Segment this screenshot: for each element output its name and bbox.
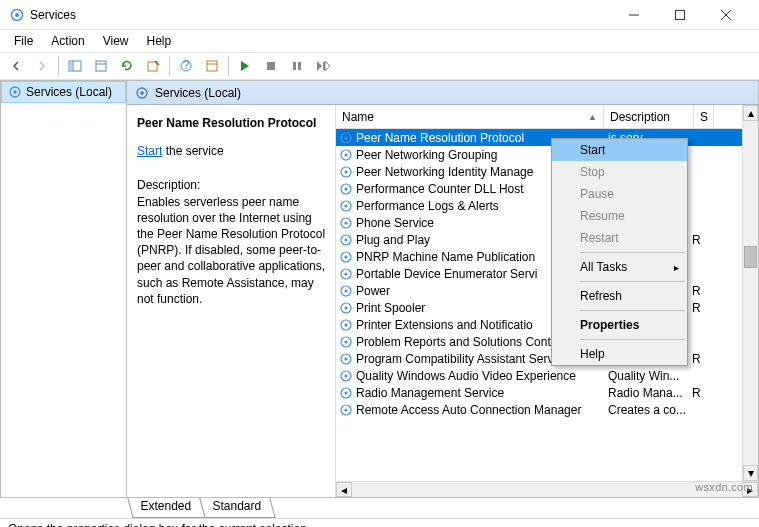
restart-service-button[interactable]	[311, 54, 335, 78]
scroll-down-icon[interactable]: ▾	[743, 465, 758, 481]
detail-pane: Peer Name Resolution Protocol Start the …	[127, 105, 335, 497]
tree-pane: Services (Local)	[1, 81, 127, 497]
gear-icon	[338, 148, 354, 162]
export-button[interactable]	[141, 54, 165, 78]
svg-point-23	[140, 91, 144, 95]
menu-file[interactable]: File	[6, 32, 41, 50]
tab-standard[interactable]: Standard	[199, 498, 275, 518]
service-row[interactable]: Quality Windows Audio Video ExperienceQu…	[336, 367, 758, 384]
ctx-refresh[interactable]: Refresh	[552, 285, 687, 307]
ctx-separator	[580, 310, 685, 311]
toolbar: ?	[0, 52, 759, 80]
column-headers: Name▲ Description S	[336, 105, 758, 129]
forward-button[interactable]	[30, 54, 54, 78]
service-row[interactable]: Remote Access Auto Connection ManagerCre…	[336, 401, 758, 418]
service-name: Remote Access Auto Connection Manager	[356, 403, 604, 417]
chevron-right-icon: ▸	[674, 262, 679, 273]
service-row[interactable]: Performance Counter DLL Hosts rem...	[336, 180, 758, 197]
refresh-button[interactable]	[115, 54, 139, 78]
service-row[interactable]: Performance Logs & Alertsmanc...	[336, 197, 758, 214]
service-row[interactable]: Phone Servicees th...	[336, 214, 758, 231]
gear-icon	[338, 165, 354, 179]
svg-point-25	[344, 136, 347, 139]
selected-service-title: Peer Name Resolution Protocol	[137, 115, 327, 131]
service-status: R	[692, 233, 712, 247]
vertical-scrollbar[interactable]: ▴ ▾	[742, 105, 758, 481]
svg-point-37	[344, 238, 347, 241]
svg-point-49	[344, 340, 347, 343]
service-status: R	[692, 352, 712, 366]
close-button[interactable]	[703, 0, 749, 30]
gear-icon	[338, 352, 354, 366]
service-row[interactable]: Radio Management ServiceRadio Mana...R	[336, 384, 758, 401]
gear-icon	[338, 369, 354, 383]
service-name: Quality Windows Audio Video Experience	[356, 369, 604, 383]
help-button[interactable]: ?	[174, 54, 198, 78]
show-hide-tree-button[interactable]	[63, 54, 87, 78]
service-row[interactable]: PNRP Machine Name Publicationvice ...	[336, 248, 758, 265]
view-tabs: Extended Standard	[0, 498, 759, 518]
svg-point-21	[13, 90, 17, 94]
svg-rect-9	[96, 61, 106, 71]
back-button[interactable]	[4, 54, 28, 78]
svg-point-39	[344, 255, 347, 258]
scroll-up-icon[interactable]: ▴	[743, 105, 758, 121]
description-label: Description:	[137, 177, 327, 193]
service-desc: Quality Win...	[604, 369, 692, 383]
column-name[interactable]: Name▲	[336, 105, 604, 128]
menu-bar: File Action View Help	[0, 30, 759, 52]
gear-icon	[8, 85, 22, 99]
gear-icon	[338, 199, 354, 213]
scroll-left-icon[interactable]: ◂	[336, 482, 352, 497]
tab-extended[interactable]: Extended	[127, 498, 205, 518]
service-row[interactable]: Peer Name Resolution Protocolis serv...	[336, 129, 758, 146]
service-row[interactable]: Printer Extensions and Notificatiovice .…	[336, 316, 758, 333]
svg-rect-11	[148, 62, 157, 71]
ctx-properties[interactable]: Properties	[552, 314, 687, 336]
stop-service-button[interactable]	[259, 54, 283, 78]
service-row[interactable]: Plug and Plays a c...R	[336, 231, 758, 248]
app-icon	[10, 8, 24, 22]
gear-icon	[135, 86, 149, 100]
sort-asc-icon: ▲	[588, 112, 597, 122]
context-menu: Start Stop Pause Resume Restart All Task…	[551, 138, 688, 366]
service-desc: Radio Mana...	[604, 386, 692, 400]
svg-point-1	[15, 13, 19, 17]
scroll-thumb[interactable]	[744, 246, 757, 268]
service-status: R	[692, 386, 712, 400]
gear-icon	[338, 250, 354, 264]
properties-button[interactable]	[200, 54, 224, 78]
column-status[interactable]: S	[694, 105, 714, 128]
service-row[interactable]: Print Spoolervice ...R	[336, 299, 758, 316]
service-row[interactable]: Peer Networking Identity Managees ide...	[336, 163, 758, 180]
service-row[interactable]: Problem Reports and Solutions Control Pa…	[336, 333, 758, 350]
svg-point-45	[344, 306, 347, 309]
menu-action[interactable]: Action	[43, 32, 92, 50]
service-row[interactable]: Peer Networking Groupings mul...	[336, 146, 758, 163]
tree-root-item[interactable]: Services (Local)	[1, 81, 126, 103]
svg-rect-18	[298, 62, 301, 70]
service-row[interactable]: Poweres p...R	[336, 282, 758, 299]
svg-point-47	[344, 323, 347, 326]
ctx-help[interactable]: Help	[552, 343, 687, 365]
ctx-start[interactable]: Start	[552, 139, 687, 161]
watermark: wsxdn.com	[695, 481, 753, 493]
start-link[interactable]: Start	[137, 144, 162, 158]
menu-help[interactable]: Help	[139, 32, 180, 50]
start-service-button[interactable]	[233, 54, 257, 78]
svg-point-51	[344, 357, 347, 360]
column-description[interactable]: Description	[604, 105, 694, 128]
svg-rect-16	[267, 62, 275, 70]
pause-service-button[interactable]	[285, 54, 309, 78]
svg-rect-8	[70, 62, 72, 70]
maximize-button[interactable]	[657, 0, 703, 30]
service-row[interactable]: Portable Device Enumerator Servies gr...	[336, 265, 758, 282]
export-list-button[interactable]	[89, 54, 113, 78]
ctx-all-tasks[interactable]: All Tasks▸	[552, 256, 687, 278]
ctx-separator	[580, 281, 685, 282]
minimize-button[interactable]	[611, 0, 657, 30]
gear-icon	[338, 403, 354, 417]
service-row[interactable]: Program Compatibility Assistant ServiceT…	[336, 350, 758, 367]
start-suffix: the service	[162, 144, 223, 158]
menu-view[interactable]: View	[95, 32, 137, 50]
